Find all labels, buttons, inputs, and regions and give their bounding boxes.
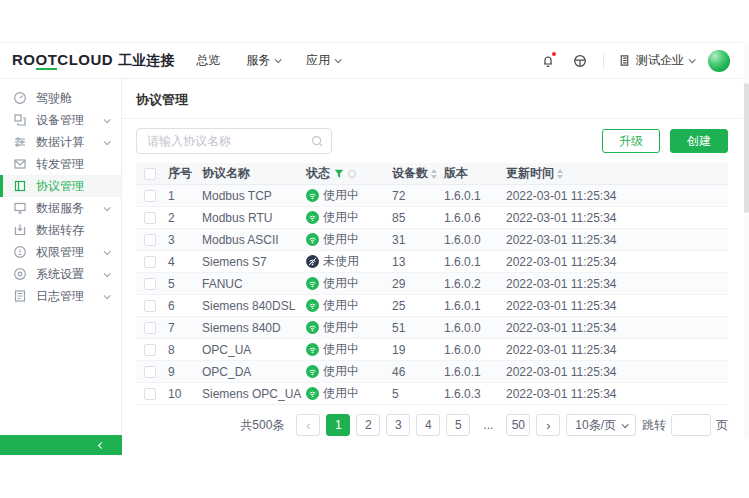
protocol-version: 1.6.0.1 <box>440 299 502 313</box>
row-checkbox[interactable] <box>144 322 156 334</box>
device-count: 5 <box>388 387 440 401</box>
table-row[interactable]: 6Siemens 840DSL使用中251.6.0.12022-03-01 11… <box>136 295 728 317</box>
scrollbar-thumb[interactable] <box>744 83 749 213</box>
log-document-icon <box>13 289 27 303</box>
status-in-use-icon <box>306 321 319 334</box>
pagination-page-3[interactable]: 3 <box>386 414 410 436</box>
table-row[interactable]: 2Modbus RTU使用中851.6.0.62022-03-01 11:25:… <box>136 207 728 229</box>
updated-time: 2022-03-01 11:25:34 <box>502 277 728 291</box>
pagination-page-5[interactable]: 5 <box>446 414 470 436</box>
updated-time: 2022-03-01 11:25:34 <box>502 189 728 203</box>
pagination-prev-button[interactable]: ‹ <box>296 414 320 436</box>
tenant-switcher[interactable]: 测试企业 <box>618 52 694 69</box>
status-text: 使用中 <box>323 363 359 380</box>
sidebar-item-data-dump[interactable]: 数据转存 <box>0 219 121 241</box>
row-checkbox[interactable] <box>144 300 156 312</box>
status-unused-icon <box>306 255 319 268</box>
table-header-row: 序号 协议名称 状态 设备数 版本 更新时间 <box>136 163 728 185</box>
protocol-name: OPC_DA <box>198 365 302 379</box>
updated-time: 2022-03-01 11:25:34 <box>502 233 728 247</box>
device-count: 31 <box>388 233 440 247</box>
sidebar-item-forward-management[interactable]: 转发管理 <box>0 153 121 175</box>
column-header-updated: 更新时间 <box>502 165 728 182</box>
row-checkbox[interactable] <box>144 366 156 378</box>
device-icon <box>13 113 27 127</box>
brand-logo[interactable]: ROOTCLOUD 工业连接 <box>12 51 174 70</box>
sidebar-item-system-settings[interactable]: 系统设置 <box>0 263 121 285</box>
sidebar-item-device-management[interactable]: 设备管理 <box>0 109 121 131</box>
row-checkbox[interactable] <box>144 256 156 268</box>
select-all-checkbox[interactable] <box>144 168 156 180</box>
chevron-down-icon <box>622 421 629 428</box>
pagination-page-1[interactable]: 1 <box>326 414 350 436</box>
table-row[interactable]: 9OPC_DA使用中461.6.0.12022-03-01 11:25:34 <box>136 361 728 383</box>
chevron-down-icon <box>104 138 111 145</box>
status-cell: 使用中 <box>302 341 388 358</box>
table-row[interactable]: 4Siemens S7未使用131.6.0.12022-03-01 11:25:… <box>136 251 728 273</box>
page-jump-input[interactable] <box>671 414 711 436</box>
sort-toggle-devices[interactable] <box>431 169 437 179</box>
sidebar-item-dashboard[interactable]: 驾驶舱 <box>0 87 121 109</box>
chevron-down-icon <box>104 248 111 255</box>
row-checkbox[interactable] <box>144 190 156 202</box>
search-box <box>136 128 332 154</box>
upgrade-button[interactable]: 升级 <box>602 129 660 153</box>
column-header-devices: 设备数 <box>388 165 440 182</box>
pagination-page-4[interactable]: 4 <box>416 414 440 436</box>
device-count: 13 <box>388 255 440 269</box>
row-checkbox[interactable] <box>144 344 156 356</box>
table-row[interactable]: 10Siemens OPC_UA使用中51.6.0.32022-03-01 11… <box>136 383 728 405</box>
chevron-down-icon <box>275 56 282 63</box>
notification-bell-icon[interactable] <box>539 52 557 70</box>
create-button[interactable]: 创建 <box>670 129 728 153</box>
page-size-select[interactable]: 10条/页 <box>566 414 636 436</box>
device-count: 72 <box>388 189 440 203</box>
monitor-icon <box>13 201 27 215</box>
pagination-next-button[interactable]: › <box>536 414 560 436</box>
sidebar-item-protocol-management[interactable]: 协议管理 <box>0 175 121 197</box>
sidebar-item-log-management[interactable]: 日志管理 <box>0 285 121 307</box>
table-row[interactable]: 7Siemens 840D使用中511.6.0.02022-03-01 11:2… <box>136 317 728 339</box>
status-in-use-icon <box>306 211 319 224</box>
protocol-version: 1.6.0.0 <box>440 343 502 357</box>
table-row[interactable]: 5FANUC使用中291.6.0.22022-03-01 11:25:34 <box>136 273 728 295</box>
table-row[interactable]: 8OPC_UA使用中191.6.0.02022-03-01 11:25:34 <box>136 339 728 361</box>
status-cell: 使用中 <box>302 297 388 314</box>
status-in-use-icon <box>306 277 319 290</box>
row-checkbox[interactable] <box>144 388 156 400</box>
nav-overview[interactable]: 总览 <box>196 52 220 69</box>
filter-funnel-icon[interactable] <box>334 169 344 179</box>
filter-state-icon[interactable] <box>348 170 356 178</box>
pagination-page-50[interactable]: 50 <box>506 414 530 436</box>
browser-scrollbar[interactable] <box>744 43 749 439</box>
sidebar-item-data-service[interactable]: 数据服务 <box>0 197 121 219</box>
gear-icon <box>13 267 27 281</box>
table-body: 1Modbus TCP使用中721.6.0.12022-03-01 11:25:… <box>136 185 728 405</box>
nav-applications[interactable]: 应用 <box>306 52 340 69</box>
header-divider <box>603 54 604 68</box>
row-checkbox[interactable] <box>144 212 156 224</box>
protocol-version: 1.6.0.3 <box>440 387 502 401</box>
protocol-name: Modbus TCP <box>198 189 302 203</box>
pagination-page-2[interactable]: 2 <box>356 414 380 436</box>
sidebar-item-permission-management[interactable]: 权限管理 <box>0 241 121 263</box>
table-row[interactable]: 3Modbus ASCII使用中311.6.0.02022-03-01 11:2… <box>136 229 728 251</box>
search-input[interactable] <box>136 128 332 154</box>
updated-time: 2022-03-01 11:25:34 <box>502 299 728 313</box>
status-text: 使用中 <box>323 385 359 402</box>
row-checkbox[interactable] <box>144 278 156 290</box>
lock-circle-icon <box>13 245 27 259</box>
protocol-name: FANUC <box>198 277 302 291</box>
chevron-down-icon <box>335 56 342 63</box>
nav-services[interactable]: 服务 <box>246 52 280 69</box>
sort-toggle-updated[interactable] <box>557 169 563 179</box>
table-row[interactable]: 1Modbus TCP使用中721.6.0.12022-03-01 11:25:… <box>136 185 728 207</box>
search-icon[interactable] <box>311 134 324 152</box>
row-checkbox[interactable] <box>144 234 156 246</box>
row-index: 2 <box>164 211 198 225</box>
user-avatar[interactable] <box>708 50 730 72</box>
sidebar-collapse-button[interactable] <box>0 435 122 455</box>
help-icon[interactable] <box>571 52 589 70</box>
sidebar-item-data-compute[interactable]: 数据计算 <box>0 131 121 153</box>
chevron-down-icon <box>104 204 111 211</box>
